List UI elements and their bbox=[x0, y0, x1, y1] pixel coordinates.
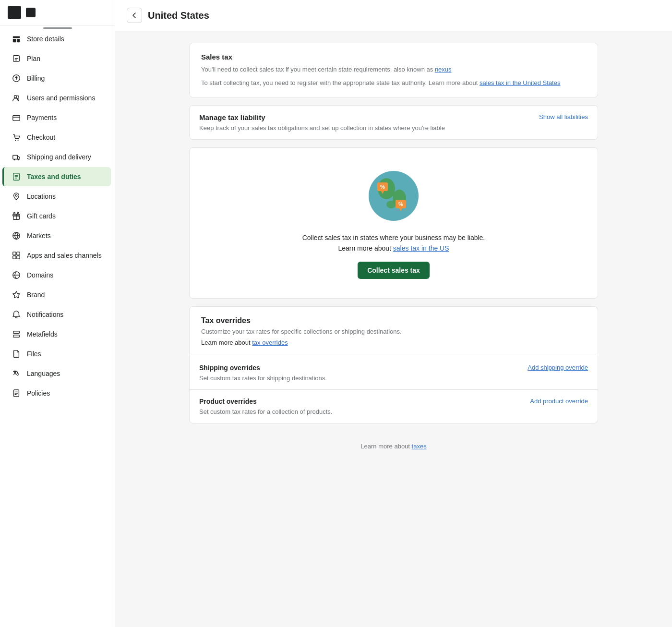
manage-tax-header: Manage tax liability Keep track of your … bbox=[190, 106, 598, 139]
sales-tax-desc-2: To start collecting tax, you need to reg… bbox=[201, 78, 586, 88]
svg-rect-19 bbox=[13, 331, 20, 334]
tax-overrides-link[interactable]: tax overrides bbox=[252, 339, 288, 346]
footer: Learn more about taxes bbox=[189, 431, 598, 461]
collect-tax-card: % % Collect sales tax in states where yo… bbox=[189, 147, 598, 299]
sales-tax-desc-1: You'll need to collect sales tax if you … bbox=[201, 65, 586, 74]
sidebar-item-markets[interactable]: Markets bbox=[4, 226, 111, 245]
sidebar-item-label: Users and permissions bbox=[27, 94, 95, 102]
svg-point-7 bbox=[14, 159, 15, 161]
brand-icon bbox=[12, 290, 21, 300]
svg-point-25 bbox=[386, 201, 396, 208]
taxes-link[interactable]: taxes bbox=[412, 443, 427, 450]
svg-rect-14 bbox=[13, 252, 16, 255]
store-icon bbox=[12, 34, 21, 44]
svg-rect-3 bbox=[13, 116, 20, 121]
sidebar-item-label: Brand bbox=[27, 291, 45, 299]
taxes-icon bbox=[12, 172, 21, 181]
tax-overrides-learn-more: Learn more about tax overrides bbox=[201, 339, 586, 346]
sidebar-nav: Store details Plan Billing Users and per… bbox=[0, 29, 115, 403]
svg-text:%: % bbox=[380, 184, 385, 190]
shipping-overrides-text: Shipping overrides Set custom tax rates … bbox=[199, 364, 327, 382]
sidebar-item-label: Billing bbox=[27, 74, 45, 82]
product-overrides-text: Product overrides Set custom tax rates f… bbox=[199, 398, 332, 415]
show-all-liabilities-link[interactable]: Show all liabilities bbox=[539, 113, 588, 121]
locations-icon bbox=[12, 192, 21, 201]
sidebar-item-plan[interactable]: Plan bbox=[4, 49, 111, 68]
shipping-overrides-section: Shipping overrides Set custom tax rates … bbox=[190, 356, 598, 389]
sidebar-item-label: Taxes and duties bbox=[27, 173, 81, 181]
sidebar-item-store-details[interactable]: Store details bbox=[4, 29, 111, 48]
manage-tax-card: Manage tax liability Keep track of your … bbox=[189, 105, 598, 140]
languages-icon bbox=[12, 369, 21, 378]
nexus-link[interactable]: nexus bbox=[435, 66, 452, 73]
sidebar-item-domains[interactable]: Domains bbox=[4, 265, 111, 285]
metafields-icon bbox=[12, 329, 21, 339]
sidebar-item-billing[interactable]: Billing bbox=[4, 69, 111, 88]
sidebar-item-label: Store details bbox=[27, 35, 64, 43]
payments-icon bbox=[12, 113, 21, 122]
sidebar-item-label: Metafields bbox=[27, 330, 58, 338]
tax-overrides-desc: Customize your tax rates for specific co… bbox=[201, 328, 586, 335]
add-product-override-link[interactable]: Add product override bbox=[530, 398, 588, 405]
sidebar-item-metafields[interactable]: Metafields bbox=[4, 325, 111, 344]
gift-icon bbox=[12, 211, 21, 221]
collect-text: Collect sales tax in states where your b… bbox=[302, 232, 485, 254]
sidebar-item-apps-channels[interactable]: Apps and sales channels bbox=[4, 246, 111, 265]
svg-rect-20 bbox=[13, 335, 20, 338]
sidebar-item-label: Policies bbox=[27, 389, 50, 397]
sidebar-item-payments[interactable]: Payments bbox=[4, 108, 111, 127]
svg-rect-17 bbox=[17, 256, 20, 259]
page-header: United States bbox=[115, 0, 672, 31]
shipping-overrides-row: Shipping overrides Set custom tax rates … bbox=[190, 356, 598, 389]
sales-tax-card: Sales tax You'll need to collect sales t… bbox=[189, 43, 598, 97]
manage-tax-desc: Keep track of your sales tax obligations… bbox=[199, 124, 445, 132]
svg-point-2 bbox=[14, 96, 17, 98]
shipping-overrides-title: Shipping overrides bbox=[199, 364, 327, 372]
markets-icon bbox=[12, 231, 21, 241]
main-content: United States Sales tax You'll need to c… bbox=[115, 0, 672, 627]
sidebar-item-label: Languages bbox=[27, 370, 60, 377]
tax-overrides-header: Tax overrides Customize your tax rates f… bbox=[190, 307, 598, 356]
notifications-icon bbox=[12, 310, 21, 319]
svg-rect-16 bbox=[13, 256, 16, 259]
sidebar-item-label: Locations bbox=[27, 193, 56, 200]
users-icon bbox=[12, 93, 21, 103]
sidebar-item-languages[interactable]: Languages bbox=[4, 364, 111, 383]
sidebar-item-files[interactable]: Files bbox=[4, 344, 111, 363]
product-overrides-title: Product overrides bbox=[199, 398, 332, 405]
us-sales-tax-link[interactable]: sales tax in the US bbox=[393, 244, 449, 252]
sidebar-item-gift-cards[interactable]: Gift cards bbox=[4, 206, 111, 226]
us-tax-link[interactable]: sales tax in the United States bbox=[480, 79, 560, 86]
svg-point-8 bbox=[18, 159, 19, 161]
checkout-icon bbox=[12, 133, 21, 142]
content-wrapper: Sales tax You'll need to collect sales t… bbox=[178, 31, 610, 473]
sidebar-item-policies[interactable]: Policies bbox=[4, 384, 111, 403]
svg-text:%: % bbox=[398, 201, 403, 207]
policies-icon bbox=[12, 388, 21, 398]
sidebar-header bbox=[0, 0, 115, 25]
sidebar-item-checkout[interactable]: Checkout bbox=[4, 128, 111, 147]
manage-tax-title: Manage tax liability bbox=[199, 113, 445, 121]
globe-svg: % % bbox=[365, 167, 422, 225]
sidebar: Store details Plan Billing Users and per… bbox=[0, 0, 115, 627]
sidebar-item-brand[interactable]: Brand bbox=[4, 285, 111, 304]
store-logo bbox=[8, 6, 21, 19]
tax-overrides-card: Tax overrides Customize your tax rates f… bbox=[189, 306, 598, 423]
add-shipping-override-link[interactable]: Add shipping override bbox=[528, 364, 588, 371]
sidebar-item-shipping-delivery[interactable]: Shipping and delivery bbox=[4, 147, 111, 167]
collect-sales-tax-button[interactable]: Collect sales tax bbox=[358, 262, 430, 279]
store-name-block bbox=[26, 8, 36, 17]
sidebar-item-taxes-duties[interactable]: Taxes and duties bbox=[2, 167, 111, 186]
product-overrides-row: Product overrides Set custom tax rates f… bbox=[190, 390, 598, 423]
back-arrow-icon bbox=[131, 12, 138, 19]
sidebar-item-label: Notifications bbox=[27, 311, 63, 318]
sidebar-item-label: Payments bbox=[27, 114, 57, 121]
sidebar-item-users-permissions[interactable]: Users and permissions bbox=[4, 88, 111, 108]
back-button[interactable] bbox=[127, 8, 142, 23]
sidebar-item-notifications[interactable]: Notifications bbox=[4, 305, 111, 324]
sidebar-item-locations[interactable]: Locations bbox=[4, 187, 111, 206]
svg-rect-15 bbox=[17, 252, 20, 255]
sidebar-item-label: Plan bbox=[27, 55, 40, 62]
svg-point-5 bbox=[18, 140, 19, 141]
sidebar-item-label: Domains bbox=[27, 271, 53, 279]
